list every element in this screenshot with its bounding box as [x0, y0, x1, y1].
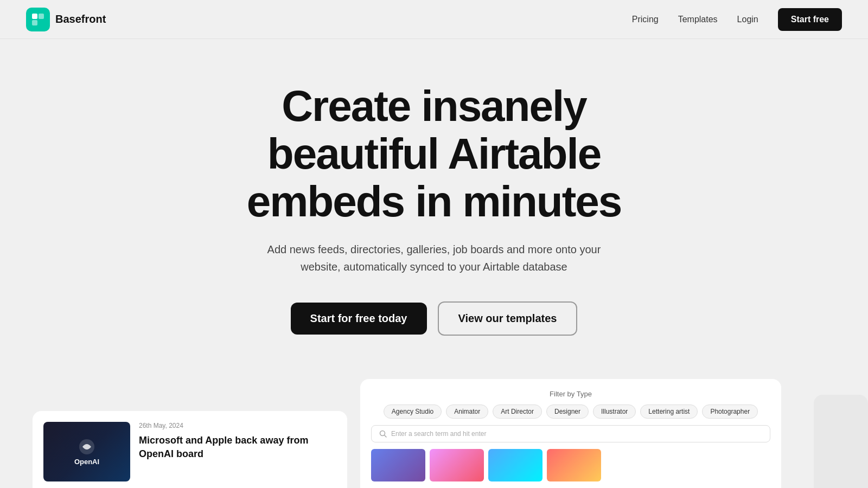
- news-date: 26th May, 2024: [139, 422, 336, 429]
- hero-title-line1: Create insanely: [282, 82, 586, 130]
- filter-tags: Agency Studio Animator Art Director Desi…: [371, 404, 770, 419]
- svg-rect-2: [32, 20, 37, 25]
- preview-section: OpenAI 26th May, 2024 Microsoft and Appl…: [0, 379, 868, 488]
- directory-thumbnails: [371, 449, 770, 481]
- filter-tag-agency[interactable]: Agency Studio: [384, 404, 442, 419]
- hero-buttons: Start for free today View our templates: [291, 301, 578, 336]
- directory-preview-card: Filter by Type Agency Studio Animator Ar…: [360, 379, 781, 488]
- view-templates-button[interactable]: View our templates: [438, 301, 578, 336]
- filter-tag-lettering[interactable]: Lettering artist: [640, 404, 698, 419]
- thumb-1: [371, 449, 425, 481]
- nav-pricing[interactable]: Pricing: [632, 15, 659, 24]
- directory-search-bar[interactable]: Enter a search term and hit enter: [371, 425, 770, 442]
- svg-rect-1: [39, 14, 44, 19]
- news-preview-card: OpenAI 26th May, 2024 Microsoft and Appl…: [33, 411, 347, 488]
- nav: Pricing Templates Login Start free: [632, 8, 842, 31]
- filter-tag-illustrator[interactable]: Illustrator: [593, 404, 636, 419]
- thumb-4: [547, 449, 601, 481]
- filter-tag-artdirector[interactable]: Art Director: [493, 404, 542, 419]
- header: Basefront Pricing Templates Login Start …: [0, 0, 868, 39]
- openai-logo-text: OpenAI: [74, 458, 99, 466]
- hero-title-line3: embeds in minutes: [247, 177, 622, 226]
- hero-title-line2: beautiful Airtable: [267, 130, 601, 178]
- news-image: OpenAI: [43, 422, 130, 481]
- hero-title: Create insanely beautiful Airtable embed…: [247, 82, 622, 226]
- news-headline: Microsoft and Apple back away from OpenA…: [139, 434, 336, 461]
- thumb-2: [430, 449, 484, 481]
- start-free-today-button[interactable]: Start for free today: [291, 303, 427, 335]
- nav-login[interactable]: Login: [737, 15, 758, 24]
- thumb-3: [488, 449, 542, 481]
- filter-tag-animator[interactable]: Animator: [446, 404, 488, 419]
- search-icon: [379, 430, 387, 438]
- logo-container[interactable]: Basefront: [26, 8, 106, 31]
- filter-label: Filter by Type: [371, 390, 770, 398]
- right-edge-card: [814, 395, 868, 488]
- hero-subtitle: Add news feeds, directories, galleries, …: [250, 241, 618, 275]
- nav-start-free-button[interactable]: Start free: [778, 8, 842, 31]
- search-placeholder: Enter a search term and hit enter: [391, 430, 486, 438]
- filter-tag-photographer[interactable]: Photographer: [702, 404, 758, 419]
- svg-rect-0: [32, 14, 37, 19]
- filter-tag-designer[interactable]: Designer: [546, 404, 589, 419]
- hero-section: Create insanely beautiful Airtable embed…: [0, 39, 868, 368]
- brand-name: Basefront: [55, 13, 106, 25]
- logo-icon: [26, 8, 50, 31]
- nav-templates[interactable]: Templates: [678, 15, 718, 24]
- svg-line-5: [385, 435, 387, 438]
- news-content: 26th May, 2024 Microsoft and Apple back …: [139, 422, 336, 461]
